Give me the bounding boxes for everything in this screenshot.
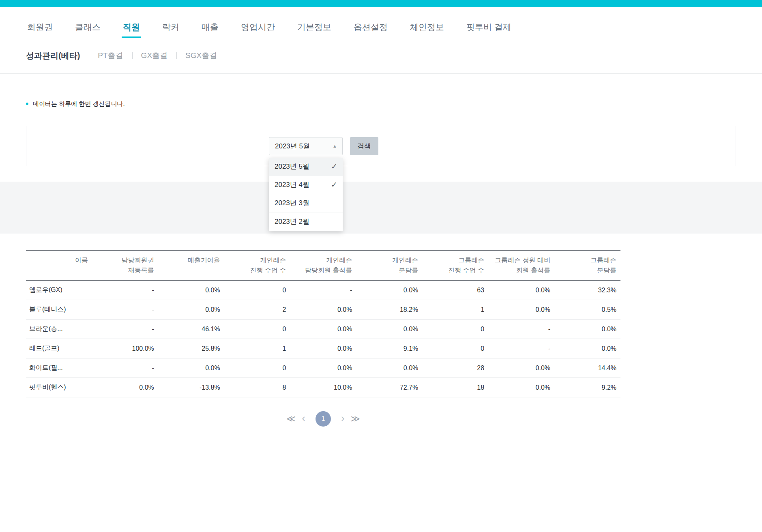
cell-name: 브라운(총... bbox=[26, 320, 92, 339]
nav-tab[interactable]: 클래스 bbox=[74, 22, 102, 38]
header-line2: 진행 수업 수 bbox=[228, 265, 286, 275]
cell-group-attendance-rate: 0.0% bbox=[488, 358, 554, 378]
cell-name: 블루(테니스) bbox=[26, 300, 92, 320]
page: 회원권 클래스 직원 락커 매출 영업시간 기본정보 옵션설정 체인정보 핏투비… bbox=[0, 0, 762, 532]
table-header-row: 이름 담당회원권 재등록률 매출기여율 bbox=[26, 251, 620, 281]
last-page-button[interactable]: ≫ bbox=[351, 414, 360, 423]
month-dropdown: 2023년 5월 ✓ 2023년 4월 ✓ 2023년 3월 ✓ bbox=[269, 158, 343, 231]
chevron-up-icon: ▲ bbox=[333, 144, 337, 148]
cell-reregistration-rate: 0.0% bbox=[92, 378, 158, 397]
cell-reregistration-rate: - bbox=[92, 320, 158, 339]
nav-tab[interactable]: 회원권 bbox=[26, 22, 54, 38]
month-option-label: 2023년 5월 bbox=[275, 162, 309, 171]
nav-tab[interactable]: 옵션설정 bbox=[352, 22, 389, 38]
cell-reregistration-rate: - bbox=[92, 300, 158, 320]
first-page-button[interactable]: ≪ bbox=[286, 414, 296, 423]
cell-personal-share-rate: 18.2% bbox=[356, 300, 422, 320]
performance-table-section: 이름 담당회원권 재등록률 매출기여율 bbox=[0, 234, 762, 451]
nav-tab[interactable]: 락커 bbox=[161, 22, 180, 38]
cell-revenue-contribution: 0.0% bbox=[158, 358, 224, 378]
month-option[interactable]: 2023년 5월 ✓ bbox=[269, 158, 343, 176]
sub-tab[interactable]: 성과관리(베타) bbox=[26, 50, 89, 61]
nav-tab[interactable]: 체인정보 bbox=[409, 22, 445, 38]
sub-tab[interactable]: PT출결 bbox=[89, 50, 132, 61]
cell-personal-share-rate: 0.0% bbox=[356, 358, 422, 378]
header-line2: 담당회원 출석률 bbox=[294, 265, 352, 275]
month-select[interactable]: 2023년 5월 ▲ bbox=[269, 137, 343, 155]
table-header-cell: 개인레슨 분담률 bbox=[356, 251, 422, 281]
check-icon: ✓ bbox=[331, 180, 337, 189]
header-line2: 회원 출석률 bbox=[492, 265, 550, 275]
month-option-label: 2023년 3월 bbox=[275, 198, 309, 208]
header-line2: 진행 수업 수 bbox=[426, 265, 484, 275]
header-line1: 개인레슨 bbox=[360, 255, 418, 265]
current-page-button[interactable]: 1 bbox=[316, 411, 331, 427]
cell-group-share-rate: 0.0% bbox=[554, 339, 620, 358]
cell-revenue-contribution: 46.1% bbox=[158, 320, 224, 339]
next-page-button[interactable]: › bbox=[341, 413, 345, 423]
cell-personal-attendance-rate: 0.0% bbox=[290, 339, 356, 358]
cell-group-attendance-rate: 0.0% bbox=[488, 281, 554, 300]
top-accent-bar bbox=[0, 0, 762, 7]
header-line1: 담당회원권 bbox=[96, 255, 154, 265]
cell-personal-attendance-rate: - bbox=[290, 281, 356, 300]
month-option[interactable]: 2023년 3월 ✓ bbox=[269, 194, 343, 212]
cell-revenue-contribution: 0.0% bbox=[158, 300, 224, 320]
cell-personal-share-rate: 72.7% bbox=[356, 378, 422, 397]
table-row: 레드(골프) 100.0% 25.8% 1 0.0% 9.1% 0 - 0.0% bbox=[26, 339, 620, 358]
cell-personal-attendance-rate: 0.0% bbox=[290, 320, 356, 339]
filter-panel: 2023년 5월 ▲ 2023년 5월 ✓ 2023년 4월 bbox=[26, 126, 736, 166]
sub-tab[interactable]: GX출결 bbox=[132, 50, 176, 61]
cell-reregistration-rate: - bbox=[92, 358, 158, 378]
check-icon: ✓ bbox=[331, 162, 337, 171]
cell-group-share-rate: 0.0% bbox=[554, 320, 620, 339]
nav-tab[interactable]: 핏투비 결제 bbox=[465, 22, 513, 38]
cell-group-share-rate: 9.2% bbox=[554, 378, 620, 397]
cell-name: 핏투비(헬스) bbox=[26, 378, 92, 397]
search-button[interactable]: 검색 bbox=[350, 137, 378, 155]
cell-name: 화이트(필... bbox=[26, 358, 92, 378]
cell-group-lesson-count: 18 bbox=[422, 378, 488, 397]
cell-revenue-contribution: 25.8% bbox=[158, 339, 224, 358]
header-line1: 그룹레슨 정원 대비 bbox=[492, 255, 550, 265]
table-header-cell: 개인레슨 담당회원 출석률 bbox=[290, 251, 356, 281]
filter-controls: 2023년 5월 ▲ 2023년 5월 ✓ 2023년 4월 bbox=[26, 137, 621, 155]
month-option[interactable]: 2023년 4월 ✓ bbox=[269, 176, 343, 194]
month-select-wrap: 2023년 5월 ▲ 2023년 5월 ✓ 2023년 4월 bbox=[269, 137, 343, 155]
month-option[interactable]: 2023년 2월 ✓ bbox=[269, 212, 343, 231]
table-header-cell: 이름 bbox=[26, 251, 92, 281]
cell-group-lesson-count: 0 bbox=[422, 320, 488, 339]
cell-personal-lesson-count: 0 bbox=[224, 320, 290, 339]
table-row: 화이트(필... - 0.0% 0 0.0% 0.0% 28 0.0% 14.4… bbox=[26, 358, 620, 378]
header: 회원권 클래스 직원 락커 매출 영업시간 기본정보 옵션설정 체인정보 핏투비… bbox=[0, 7, 762, 74]
table-header-cell: 개인레슨 진행 수업 수 bbox=[224, 251, 290, 281]
cell-personal-lesson-count: 0 bbox=[224, 358, 290, 378]
nav-tab[interactable]: 직원 bbox=[122, 22, 141, 38]
header-line2: 재등록률 bbox=[96, 265, 154, 275]
notice: 데이터는 하루에 한번 갱신됩니다. bbox=[26, 100, 736, 108]
table-row: 블루(테니스) - 0.0% 2 0.0% 18.2% 1 0.0% 0.5% bbox=[26, 300, 620, 320]
cell-personal-share-rate: 0.0% bbox=[356, 320, 422, 339]
table-header-cell: 매출기여율 bbox=[158, 251, 224, 281]
prev-page-button[interactable]: ‹ bbox=[302, 413, 305, 423]
header-line1: 개인레슨 bbox=[294, 255, 352, 265]
header-line2 bbox=[162, 265, 220, 275]
nav-tab[interactable]: 영업시간 bbox=[240, 22, 276, 38]
nav-tab[interactable]: 매출 bbox=[200, 22, 220, 38]
cell-reregistration-rate: 100.0% bbox=[92, 339, 158, 358]
table-header-cell: 그룹레슨 분담률 bbox=[554, 251, 620, 281]
sub-tab[interactable]: SGX출결 bbox=[176, 50, 226, 61]
cell-name: 옐로우(GX) bbox=[26, 281, 92, 300]
cell-personal-lesson-count: 0 bbox=[224, 281, 290, 300]
nav-tab[interactable]: 기본정보 bbox=[296, 22, 333, 38]
cell-group-share-rate: 32.3% bbox=[554, 281, 620, 300]
table-header-cell: 담당회원권 재등록률 bbox=[92, 251, 158, 281]
header-line1: 매출기여율 bbox=[162, 255, 220, 265]
cell-personal-attendance-rate: 0.0% bbox=[290, 300, 356, 320]
month-select-value: 2023년 5월 bbox=[275, 142, 310, 151]
table-header-cell: 그룹레슨 진행 수업 수 bbox=[422, 251, 488, 281]
cell-personal-attendance-rate: 10.0% bbox=[290, 378, 356, 397]
cell-personal-lesson-count: 8 bbox=[224, 378, 290, 397]
cell-group-attendance-rate: - bbox=[488, 339, 554, 358]
cell-group-attendance-rate: - bbox=[488, 320, 554, 339]
